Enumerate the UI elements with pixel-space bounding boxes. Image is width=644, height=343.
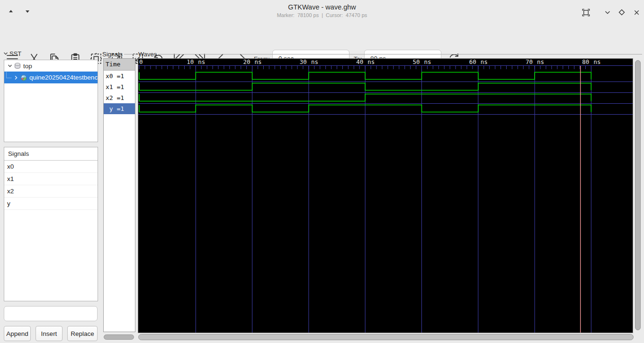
frame-line <box>124 54 136 54</box>
tree-item-top[interactable]: top <box>4 60 98 72</box>
svg-text:10: 10 <box>187 59 194 65</box>
fit-window-icon <box>581 8 590 17</box>
waves-panel-title: Waves <box>138 51 157 58</box>
tree-item-label: top <box>23 63 32 70</box>
window-status: Marker:78100 ps|Cursor:47470 ps <box>0 12 644 18</box>
waves-vscrollbar[interactable] <box>635 60 642 332</box>
svg-text:30: 30 <box>300 59 307 65</box>
close-icon <box>633 9 640 16</box>
names-hscrollbar-thumb[interactable] <box>104 334 134 340</box>
cylinder-scope-icon <box>14 63 21 69</box>
svg-text:ns: ns <box>255 59 262 65</box>
cursor-value: 47470 ps <box>344 12 368 18</box>
search-input[interactable] <box>8 310 93 318</box>
list-item-x0[interactable]: x0 <box>4 161 98 173</box>
signal-row-x1[interactable]: x1 =1 <box>104 81 135 92</box>
waves-frame-label: Waves <box>138 51 642 58</box>
list-item-x1[interactable]: x1 <box>4 173 98 185</box>
window-title: GTKWave - wave.ghw <box>0 3 644 11</box>
svg-text:ns: ns <box>311 59 318 65</box>
diamond-icon <box>618 9 626 16</box>
svg-text:50: 50 <box>412 59 420 65</box>
cursor-label: Cursor: <box>324 12 344 18</box>
waves-hscrollbar[interactable] <box>138 334 635 341</box>
sst-tree: top quine20250424testbench <box>4 60 98 142</box>
sst-signals-list: Signals x0 x1 x2 y <box>4 147 98 301</box>
waves-vscrollbar-thumb[interactable] <box>635 60 641 330</box>
status-separator: | <box>320 12 324 18</box>
expander-down-icon[interactable] <box>6 62 14 70</box>
sst-header[interactable]: SST <box>2 50 21 57</box>
svg-text:70: 70 <box>526 59 533 65</box>
gtkwave-window: GTKWave - wave.ghw Marker:78100 ps|Curso… <box>0 0 644 343</box>
svg-text:ns: ns <box>424 59 431 65</box>
marker-label: Marker: <box>276 12 296 18</box>
svg-text:ns: ns <box>367 59 375 65</box>
title-block: GTKWave - wave.ghw Marker:78100 ps|Curso… <box>0 3 644 18</box>
waveform-plot: 010ns20ns30ns40ns50ns60ns70ns80ns <box>138 59 633 333</box>
insert-button[interactable]: Insert <box>36 326 63 341</box>
svg-text:ns: ns <box>593 59 600 65</box>
svg-text:0: 0 <box>139 59 143 65</box>
signal-row-y[interactable]: y =1 <box>104 103 135 114</box>
svg-text:40: 40 <box>356 59 363 65</box>
signal-row-x0[interactable]: x0 =1 <box>104 71 135 81</box>
chevron-down-icon <box>604 9 611 16</box>
close-button[interactable] <box>630 6 643 18</box>
svg-text:ns: ns <box>198 59 205 65</box>
svg-text:ns: ns <box>481 59 488 65</box>
fit-window-button[interactable] <box>580 6 592 18</box>
svg-text:ns: ns <box>537 59 544 65</box>
maximize-button[interactable] <box>616 6 628 18</box>
titlebar: GTKWave - wave.ghw Marker:78100 ps|Curso… <box>0 0 644 22</box>
sst-label: SST <box>9 50 21 57</box>
waves-hscrollbar-thumb[interactable] <box>138 334 634 340</box>
minimize-button[interactable] <box>601 6 614 18</box>
toolbar: From: To: <box>0 23 644 48</box>
list-item-x2[interactable]: x2 <box>4 185 98 198</box>
signal-search-box[interactable] <box>4 306 98 321</box>
tree-guide-line <box>6 72 11 78</box>
module-sphere-icon <box>20 74 27 81</box>
svg-text:20: 20 <box>243 59 250 65</box>
names-hscrollbar[interactable] <box>104 334 135 340</box>
frame-line <box>158 54 642 54</box>
signal-names-panel: Time x0 =1 x1 =1 x2 =1 y =1 <box>103 58 135 332</box>
sst-signals-list-header: Signals <box>4 147 98 161</box>
list-item-y[interactable]: y <box>4 198 98 210</box>
signal-row-x2[interactable]: x2 =1 <box>104 92 135 103</box>
marker-value: 78100 ps <box>296 12 320 18</box>
time-header[interactable]: Time <box>104 59 135 71</box>
wave-canvas[interactable]: 010ns20ns30ns40ns50ns60ns70ns80ns <box>138 58 633 333</box>
append-button[interactable]: Append <box>4 326 31 341</box>
replace-button[interactable]: Replace <box>67 326 98 341</box>
svg-text:60: 60 <box>469 59 476 65</box>
svg-text:80: 80 <box>582 59 589 65</box>
expander-right-icon[interactable] <box>12 74 20 81</box>
sst-expander-icon <box>2 50 9 57</box>
signals-frame-label: Signals <box>102 51 136 58</box>
signals-panel-title: Signals <box>102 51 123 58</box>
tree-item-label: quine20250424testbench <box>29 74 98 81</box>
tree-item-testbench[interactable]: quine20250424testbench <box>4 72 98 83</box>
